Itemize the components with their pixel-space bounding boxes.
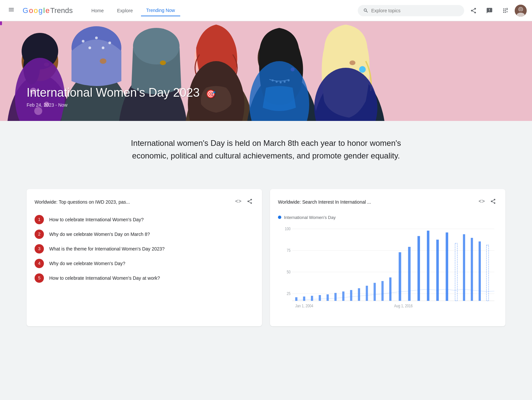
svg-point-3 <box>519 7 523 11</box>
svg-rect-73 <box>446 232 448 301</box>
svg-text:Jan 1, 2004: Jan 1, 2004 <box>295 304 313 308</box>
svg-rect-56 <box>303 296 305 301</box>
apps-button[interactable] <box>499 4 512 17</box>
question-text-3: What is the theme for International Wome… <box>49 246 165 251</box>
header-right <box>358 4 527 17</box>
svg-point-22 <box>102 47 104 49</box>
chart-card: Worldwide: Search Interest In Internatio… <box>270 189 505 326</box>
svg-rect-39 <box>0 21 2 25</box>
svg-rect-55 <box>295 297 298 301</box>
nav-trending[interactable]: Trending Now <box>141 5 181 16</box>
svg-point-45 <box>349 60 355 65</box>
description-text: International women's Day is held on Mar… <box>116 137 416 162</box>
question-text-5: How to celebrate International Women's D… <box>49 275 160 281</box>
question-item-2: 2 Why do we celebrate Women's Day on Mar… <box>35 230 254 239</box>
question-text-2: Why do we celebrate Women's Day on March… <box>49 232 150 237</box>
svg-point-27 <box>160 60 166 65</box>
svg-text:50: 50 <box>287 270 291 274</box>
legend-label: International Women's Day <box>284 215 335 220</box>
svg-rect-65 <box>374 283 376 301</box>
question-text-1: How to celebrate International Women's D… <box>49 217 144 222</box>
search-icon <box>363 8 368 14</box>
question-number-4: 4 <box>35 259 44 268</box>
svg-rect-59 <box>327 294 329 301</box>
question-item-3: 3 What is the theme for International Wo… <box>35 244 254 253</box>
chart-embed-button[interactable]: <> <box>477 197 486 207</box>
nav-explore[interactable]: Explore <box>112 5 138 16</box>
questions-card-actions: <> <box>234 197 254 207</box>
trend-chart: 100 75 50 25 <box>278 225 497 312</box>
question-item-5: 5 How to celebrate International Women's… <box>35 273 254 283</box>
svg-rect-63 <box>358 288 360 301</box>
svg-text:Aug 1, 2016: Aug 1, 2016 <box>394 304 413 308</box>
menu-icon[interactable] <box>5 4 17 17</box>
svg-rect-69 <box>408 247 411 301</box>
svg-rect-66 <box>381 281 384 301</box>
share-button[interactable] <box>467 4 480 17</box>
nav-home[interactable]: Home <box>86 5 109 16</box>
svg-point-43 <box>359 66 366 73</box>
svg-rect-77 <box>478 242 481 301</box>
question-number-3: 3 <box>35 244 44 253</box>
svg-rect-61 <box>342 291 344 301</box>
question-number-2: 2 <box>35 230 44 239</box>
main-header: Google Trends Home Explore Trending Now <box>0 0 532 21</box>
chart-card-actions: <> <box>477 197 497 207</box>
target-icon: 🎯 <box>206 89 216 99</box>
svg-point-21 <box>88 47 91 49</box>
svg-rect-78 <box>486 245 489 301</box>
avatar[interactable] <box>515 5 527 17</box>
svg-rect-71 <box>427 231 430 301</box>
svg-rect-57 <box>311 296 313 301</box>
chart-wrapper: 100 75 50 25 <box>278 225 497 318</box>
chart-share-button[interactable] <box>489 197 497 207</box>
legend-dot <box>278 216 281 219</box>
svg-rect-70 <box>418 236 420 301</box>
questions-embed-button[interactable]: <> <box>234 197 243 207</box>
question-number-1: 1 <box>35 215 44 224</box>
svg-point-20 <box>108 42 111 44</box>
google-trends-logo[interactable]: Google Trends <box>23 6 73 15</box>
questions-card-title: Worldwide: Top questions on IWD 2023, pa… <box>35 199 130 205</box>
svg-point-14 <box>34 107 42 115</box>
svg-text:100: 100 <box>285 227 290 231</box>
logo-trends-text: Trends <box>50 6 73 15</box>
svg-rect-64 <box>366 286 368 301</box>
svg-rect-58 <box>319 295 321 301</box>
questions-card: Worldwide: Top questions on IWD 2023, pa… <box>27 189 262 326</box>
search-bar[interactable] <box>358 5 464 16</box>
question-number-5: 5 <box>35 273 44 283</box>
questions-card-header: Worldwide: Top questions on IWD 2023, pa… <box>35 197 254 207</box>
chart-legend: International Women's Day <box>278 215 497 220</box>
header-left: Google Trends Home Explore Trending Now <box>5 4 180 17</box>
svg-rect-68 <box>399 252 401 301</box>
svg-rect-75 <box>463 234 465 301</box>
svg-rect-60 <box>334 293 337 301</box>
hero-date: Feb 24, 2023 - Now <box>27 102 216 108</box>
svg-rect-76 <box>471 238 473 301</box>
svg-point-23 <box>100 58 106 64</box>
svg-point-19 <box>95 37 98 39</box>
svg-rect-67 <box>389 277 392 301</box>
main-nav: Home Explore Trending Now <box>86 5 180 16</box>
search-input[interactable] <box>371 8 459 13</box>
question-item-4: 4 Why do we celebrate Women's Day? <box>35 259 254 268</box>
svg-text:25: 25 <box>287 291 291 296</box>
question-item-1: 1 How to celebrate International Women's… <box>35 215 254 224</box>
question-text-4: Why do we celebrate Women's Day? <box>49 261 125 266</box>
svg-rect-62 <box>350 290 352 301</box>
svg-point-26 <box>133 28 180 64</box>
svg-text:75: 75 <box>287 248 291 252</box>
hero-banner: International Women's Day 2023 🎯 Feb 24,… <box>0 21 532 121</box>
svg-point-18 <box>82 40 84 43</box>
hero-text-overlay: International Women's Day 2023 🎯 Feb 24,… <box>27 86 216 108</box>
hero-title: International Women's Day 2023 🎯 <box>27 86 216 100</box>
description-section: International women's Day is held on Mar… <box>0 121 532 178</box>
questions-list: 1 How to celebrate International Women's… <box>35 215 254 283</box>
chart-card-header: Worldwide: Search Interest In Internatio… <box>278 197 497 207</box>
cards-section: Worldwide: Top questions on IWD 2023, pa… <box>0 178 532 337</box>
chart-card-title: Worldwide: Search Interest In Internatio… <box>278 199 371 205</box>
feedback-button[interactable] <box>483 4 496 17</box>
questions-share-button[interactable] <box>245 197 254 207</box>
svg-rect-72 <box>436 240 439 301</box>
